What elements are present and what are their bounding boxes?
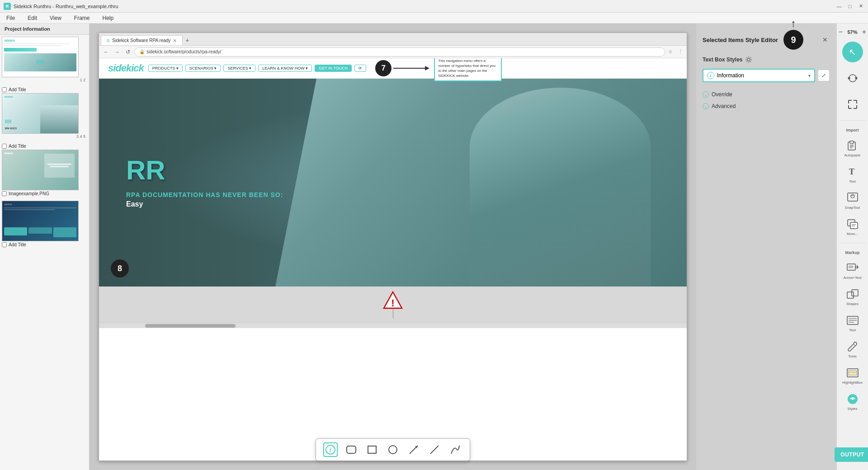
step-8-badge: 8: [111, 259, 129, 277]
list-item[interactable]: sidekick Imageexample.PNG: [2, 150, 87, 197]
nav-services[interactable]: SERVICES ▾: [223, 65, 255, 72]
list-item[interactable]: sidekick RR RPA DOCS 3 4 5: [2, 93, 87, 139]
style-editor-close-button[interactable]: ✕: [821, 35, 830, 44]
info-tooltip: This navigation menu offers a number of …: [434, 58, 502, 81]
list-item[interactable]: sidekick Add Title: [2, 201, 87, 248]
close-window-button[interactable]: ✕: [857, 3, 864, 10]
expand-tool-button[interactable]: [840, 92, 865, 117]
browser-tab[interactable]: S Sidekick Software RPA ready ✕: [101, 35, 183, 45]
textbox-styles-label: Text Box Styles: [703, 56, 742, 63]
imageexample-checkbox[interactable]: Imageexample.PNG: [2, 190, 87, 197]
styles-label: Styles: [848, 407, 858, 411]
gear-icon[interactable]: [745, 56, 752, 63]
tool-square-rect[interactable]: [365, 442, 379, 457]
add-title-checkbox-4[interactable]: Add Title: [2, 241, 87, 248]
star-icon[interactable]: ☆: [667, 48, 674, 56]
menu-frame[interactable]: Frame: [71, 14, 93, 22]
svg-point-12: [747, 58, 750, 61]
svg-rect-6: [347, 446, 356, 453]
tool-circle[interactable]: [386, 442, 400, 457]
tab-close[interactable]: ✕: [173, 38, 177, 43]
tab-title: Sidekick Software RPA ready: [112, 38, 170, 43]
cursor-icon: ↖: [846, 46, 859, 58]
autopaste-button[interactable]: Autopaste: [840, 136, 865, 160]
minimize-button[interactable]: —: [835, 3, 843, 10]
svg-point-42: [852, 398, 854, 400]
forward-button[interactable]: →: [113, 47, 122, 56]
list-item[interactable]: sidekick RR 1 2: [2, 37, 87, 83]
snaptool-button[interactable]: SnapTool: [840, 188, 865, 213]
refresh-button[interactable]: ↺: [123, 47, 132, 56]
arrow-annotation: [393, 64, 429, 73]
tool-curve[interactable]: [448, 442, 462, 457]
text-markup-button[interactable]: Text: [840, 311, 865, 335]
menu-help[interactable]: Help: [100, 14, 117, 22]
person-silhouette: [470, 88, 651, 287]
nav-products[interactable]: PRODUCTS ▾: [148, 65, 183, 72]
menu-view[interactable]: View: [47, 14, 64, 22]
arrow-text-button[interactable]: Arrow+Text: [840, 258, 865, 283]
add-title-checkbox-1[interactable]: Add Title: [2, 86, 87, 93]
tool-line[interactable]: [427, 442, 442, 457]
back-button[interactable]: ←: [102, 47, 111, 56]
menu-file[interactable]: File: [4, 14, 18, 22]
svg-text:i: i: [330, 446, 331, 453]
hero-subtitle: Easy: [126, 200, 283, 208]
thumb-imageexample[interactable]: sidekick: [2, 150, 79, 190]
expand-button[interactable]: ⤢: [818, 70, 830, 81]
nav-refresh[interactable]: ⟳: [354, 65, 366, 72]
maximize-button[interactable]: □: [846, 3, 854, 10]
shapes-label: Shapes: [846, 302, 859, 306]
cursor-tool-button[interactable]: ↖: [842, 42, 863, 62]
more-button[interactable]: More...: [840, 215, 865, 239]
style-input-field[interactable]: i Information ▾: [703, 69, 815, 82]
divider-2: [839, 243, 866, 243]
nav-learn[interactable]: LEARN & KNOW HOW ▾: [258, 65, 312, 72]
tool-rounded-rect[interactable]: [344, 442, 359, 457]
add-title-label-2: Add Title: [9, 144, 26, 149]
tool-arrow-diagonal[interactable]: [406, 442, 421, 457]
advanced-row[interactable]: ⌄ Advanced: [703, 100, 830, 112]
svg-rect-39: [849, 371, 857, 375]
tool-info-callout[interactable]: i: [323, 442, 338, 457]
transform-tool-button[interactable]: [840, 66, 865, 90]
add-title-checkbox-2[interactable]: Add Title: [2, 143, 87, 150]
website-content: sidekick PRODUCTS ▾ SCENARIOS ▾ SERVICES…: [99, 58, 687, 461]
style-input-row: i Information ▾ ⤢: [703, 69, 830, 82]
shapes-button[interactable]: Shapes: [840, 285, 865, 309]
highlightbox-button[interactable]: HighlightBox: [840, 363, 865, 388]
app-icon: R: [4, 3, 11, 10]
step-9-badge: 9: [783, 30, 803, 50]
menu-icon[interactable]: ⋮: [677, 48, 684, 56]
zoom-in-button[interactable]: +: [859, 27, 868, 37]
menu-edit[interactable]: Edit: [25, 14, 40, 22]
svg-rect-25: [850, 222, 858, 229]
nav-contact[interactable]: GET IN TOUCH: [315, 65, 352, 72]
text-import-button[interactable]: T Text: [840, 162, 865, 187]
scrollbar-thumb[interactable]: [145, 324, 236, 328]
styles-button[interactable]: Styles: [840, 390, 865, 414]
address-bar[interactable]: 🔒 sidekick.software/products/rpa-ready/: [134, 47, 665, 56]
info-callout-icon: i: [325, 444, 336, 455]
transform-icon: [846, 72, 859, 85]
svg-line-11: [430, 446, 439, 454]
site-nav: PRODUCTS ▾ SCENARIOS ▾ SERVICES ▾ LEARN …: [148, 65, 366, 72]
highlightbox-label: HighlightBox: [842, 381, 863, 385]
divider-1: [839, 120, 866, 121]
thumb-dark[interactable]: sidekick: [2, 201, 79, 241]
output-button[interactable]: OUTPUT: [835, 447, 868, 462]
override-row[interactable]: ⌄ Override: [703, 89, 830, 100]
info-icon-small: i: [707, 72, 714, 79]
thumb-page-2[interactable]: sidekick RR RPA DOCS: [2, 93, 79, 134]
thumb-page-1[interactable]: sidekick RR: [2, 37, 79, 77]
zoom-out-button[interactable]: −: [835, 27, 845, 37]
new-tab-button[interactable]: +: [183, 35, 192, 45]
arrow-text-icon: [846, 262, 859, 274]
arrow-text-label: Arrow+Text: [843, 276, 861, 280]
hero-text: RR RPA DOCUMENTATION HAS NEVER BEEN SO: …: [117, 148, 292, 217]
horizontal-scrollbar[interactable]: [99, 323, 687, 328]
dropdown-arrow-icon[interactable]: ▾: [808, 73, 811, 78]
tools-button[interactable]: Tools: [840, 337, 865, 362]
autopaste-icon: [846, 139, 859, 152]
nav-scenarios[interactable]: SCENARIOS ▾: [185, 65, 221, 72]
